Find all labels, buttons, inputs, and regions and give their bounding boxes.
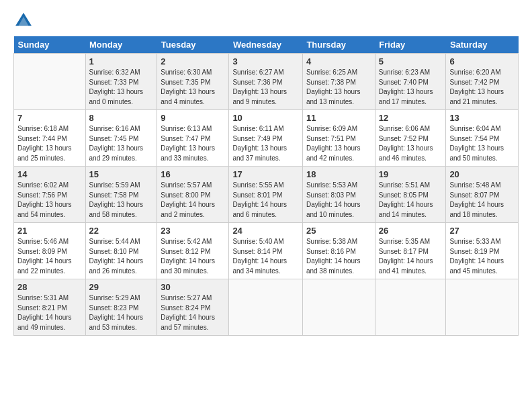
day-cell: 5Sunrise: 6:23 AMSunset: 7:40 PMDaylight… — [375, 54, 446, 110]
day-detail: Sunrise: 5:31 AMSunset: 8:21 PMDaylight:… — [17, 294, 72, 331]
day-detail: Sunrise: 6:09 AMSunset: 7:51 PMDaylight:… — [306, 125, 361, 162]
day-number: 19 — [379, 169, 443, 179]
day-cell: 30Sunrise: 5:27 AMSunset: 8:24 PMDayligh… — [157, 279, 229, 336]
day-number: 23 — [161, 226, 225, 236]
week-row-2: 7Sunrise: 6:18 AMSunset: 7:44 PMDaylight… — [14, 110, 519, 167]
day-number: 11 — [306, 113, 371, 123]
day-detail: Sunrise: 5:27 AMSunset: 8:24 PMDaylight:… — [161, 294, 215, 331]
day-number: 22 — [89, 226, 154, 236]
day-cell: 4Sunrise: 6:25 AMSunset: 7:38 PMDaylight… — [302, 54, 375, 110]
day-cell: 28Sunrise: 5:31 AMSunset: 8:21 PMDayligh… — [14, 279, 86, 336]
header-cell-monday: Monday — [85, 36, 157, 54]
day-detail: Sunrise: 5:42 AMSunset: 8:12 PMDaylight:… — [161, 238, 215, 275]
header-cell-friday: Friday — [375, 36, 446, 54]
day-detail: Sunrise: 6:11 AMSunset: 7:49 PMDaylight:… — [232, 125, 287, 162]
calendar-table: SundayMondayTuesdayWednesdayThursdayFrid… — [13, 36, 519, 336]
day-detail: Sunrise: 6:02 AMSunset: 7:56 PMDaylight:… — [17, 181, 72, 218]
day-cell: 15Sunrise: 5:59 AMSunset: 7:58 PMDayligh… — [85, 167, 157, 223]
header — [13, 11, 519, 31]
day-number: 25 — [306, 226, 371, 236]
day-detail: Sunrise: 5:55 AMSunset: 8:01 PMDaylight:… — [232, 181, 287, 218]
day-number: 2 — [161, 56, 225, 66]
header-cell-wednesday: Wednesday — [229, 36, 303, 54]
header-row: SundayMondayTuesdayWednesdayThursdayFrid… — [14, 36, 519, 54]
day-number: 21 — [17, 226, 82, 236]
day-number: 6 — [449, 56, 515, 66]
day-detail: Sunrise: 5:38 AMSunset: 8:16 PMDaylight:… — [306, 238, 361, 275]
day-detail: Sunrise: 5:35 AMSunset: 8:17 PMDaylight:… — [379, 238, 433, 275]
day-number: 3 — [232, 56, 299, 66]
day-detail: Sunrise: 6:32 AMSunset: 7:33 PMDaylight:… — [89, 68, 144, 105]
day-number: 15 — [89, 169, 154, 179]
day-cell — [375, 279, 446, 336]
day-number: 7 — [17, 113, 82, 123]
day-number: 18 — [306, 169, 371, 179]
header-cell-thursday: Thursday — [302, 36, 375, 54]
day-number: 17 — [232, 169, 299, 179]
day-detail: Sunrise: 5:59 AMSunset: 7:58 PMDaylight:… — [89, 181, 144, 218]
day-cell: 18Sunrise: 5:53 AMSunset: 8:03 PMDayligh… — [302, 167, 375, 223]
week-row-3: 14Sunrise: 6:02 AMSunset: 7:56 PMDayligh… — [14, 167, 519, 223]
day-detail: Sunrise: 6:06 AMSunset: 7:52 PMDaylight:… — [379, 125, 433, 162]
day-number: 5 — [379, 56, 443, 66]
day-number: 27 — [449, 226, 515, 236]
day-number: 24 — [232, 226, 299, 236]
day-number: 1 — [89, 56, 154, 66]
day-number: 20 — [449, 169, 515, 179]
day-cell: 1Sunrise: 6:32 AMSunset: 7:33 PMDaylight… — [85, 54, 157, 110]
day-cell: 24Sunrise: 5:40 AMSunset: 8:14 PMDayligh… — [229, 223, 303, 279]
day-cell: 21Sunrise: 5:46 AMSunset: 8:09 PMDayligh… — [14, 223, 86, 279]
day-cell: 12Sunrise: 6:06 AMSunset: 7:52 PMDayligh… — [375, 110, 446, 167]
day-cell: 17Sunrise: 5:55 AMSunset: 8:01 PMDayligh… — [229, 167, 303, 223]
day-number: 29 — [89, 282, 154, 292]
day-number: 4 — [306, 56, 371, 66]
day-detail: Sunrise: 5:40 AMSunset: 8:14 PMDaylight:… — [232, 238, 287, 275]
day-number: 13 — [449, 113, 515, 123]
day-number: 30 — [161, 282, 225, 292]
day-cell — [302, 279, 375, 336]
day-cell: 20Sunrise: 5:48 AMSunset: 8:07 PMDayligh… — [446, 167, 519, 223]
day-detail: Sunrise: 5:44 AMSunset: 8:10 PMDaylight:… — [89, 238, 144, 275]
day-detail: Sunrise: 6:13 AMSunset: 7:47 PMDaylight:… — [161, 125, 215, 162]
day-cell: 23Sunrise: 5:42 AMSunset: 8:12 PMDayligh… — [157, 223, 229, 279]
day-number: 26 — [379, 226, 443, 236]
day-cell: 14Sunrise: 6:02 AMSunset: 7:56 PMDayligh… — [14, 167, 86, 223]
day-cell: 9Sunrise: 6:13 AMSunset: 7:47 PMDaylight… — [157, 110, 229, 167]
week-row-5: 28Sunrise: 5:31 AMSunset: 8:21 PMDayligh… — [14, 279, 519, 336]
day-cell: 22Sunrise: 5:44 AMSunset: 8:10 PMDayligh… — [85, 223, 157, 279]
day-detail: Sunrise: 5:46 AMSunset: 8:09 PMDaylight:… — [17, 238, 72, 275]
week-row-1: 1Sunrise: 6:32 AMSunset: 7:33 PMDaylight… — [14, 54, 519, 110]
day-cell: 7Sunrise: 6:18 AMSunset: 7:44 PMDaylight… — [14, 110, 86, 167]
day-number: 9 — [161, 113, 225, 123]
header-cell-sunday: Sunday — [14, 36, 86, 54]
day-cell: 11Sunrise: 6:09 AMSunset: 7:51 PMDayligh… — [302, 110, 375, 167]
day-number: 10 — [232, 113, 299, 123]
day-cell: 19Sunrise: 5:51 AMSunset: 8:05 PMDayligh… — [375, 167, 446, 223]
day-cell: 26Sunrise: 5:35 AMSunset: 8:17 PMDayligh… — [375, 223, 446, 279]
day-detail: Sunrise: 6:27 AMSunset: 7:36 PMDaylight:… — [232, 68, 287, 105]
day-detail: Sunrise: 6:25 AMSunset: 7:38 PMDaylight:… — [306, 68, 361, 105]
header-cell-saturday: Saturday — [446, 36, 519, 54]
day-detail: Sunrise: 6:16 AMSunset: 7:45 PMDaylight:… — [89, 125, 144, 162]
day-cell: 27Sunrise: 5:33 AMSunset: 8:19 PMDayligh… — [446, 223, 519, 279]
day-detail: Sunrise: 6:20 AMSunset: 7:42 PMDaylight:… — [449, 68, 504, 105]
header-cell-tuesday: Tuesday — [157, 36, 229, 54]
day-cell: 2Sunrise: 6:30 AMSunset: 7:35 PMDaylight… — [157, 54, 229, 110]
day-cell — [14, 54, 86, 110]
day-detail: Sunrise: 5:33 AMSunset: 8:19 PMDaylight:… — [449, 238, 504, 275]
logo — [13, 11, 36, 31]
day-cell: 25Sunrise: 5:38 AMSunset: 8:16 PMDayligh… — [302, 223, 375, 279]
day-number: 28 — [17, 282, 82, 292]
day-detail: Sunrise: 6:04 AMSunset: 7:54 PMDaylight:… — [449, 125, 504, 162]
day-cell: 6Sunrise: 6:20 AMSunset: 7:42 PMDaylight… — [446, 54, 519, 110]
day-detail: Sunrise: 5:48 AMSunset: 8:07 PMDaylight:… — [449, 181, 504, 218]
day-detail: Sunrise: 6:30 AMSunset: 7:35 PMDaylight:… — [161, 68, 215, 105]
day-number: 12 — [379, 113, 443, 123]
day-detail: Sunrise: 5:57 AMSunset: 8:00 PMDaylight:… — [161, 181, 215, 218]
day-detail: Sunrise: 5:29 AMSunset: 8:23 PMDaylight:… — [89, 294, 144, 331]
day-cell — [229, 279, 303, 336]
day-cell: 3Sunrise: 6:27 AMSunset: 7:36 PMDaylight… — [229, 54, 303, 110]
page: SundayMondayTuesdayWednesdayThursdayFrid… — [0, 0, 532, 411]
day-cell: 8Sunrise: 6:16 AMSunset: 7:45 PMDaylight… — [85, 110, 157, 167]
week-row-4: 21Sunrise: 5:46 AMSunset: 8:09 PMDayligh… — [14, 223, 519, 279]
